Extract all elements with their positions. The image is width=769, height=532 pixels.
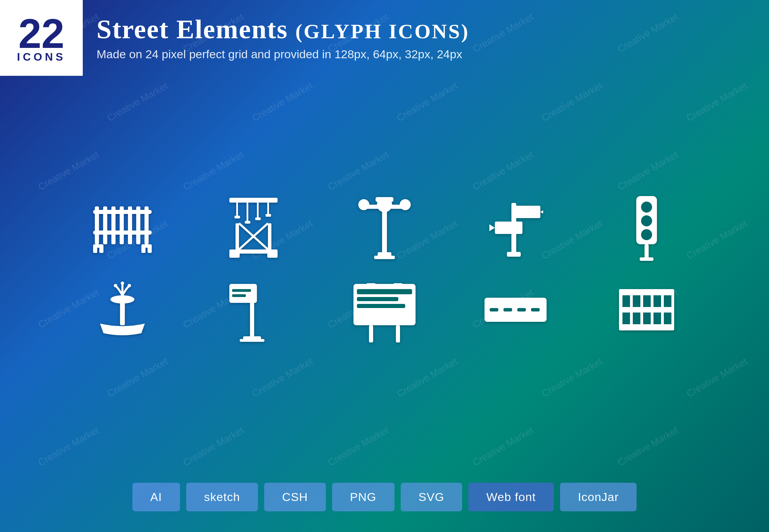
radiator-icon <box>612 279 681 341</box>
svg-rect-60 <box>232 289 251 292</box>
svg-rect-24 <box>236 223 239 251</box>
svg-rect-27 <box>229 252 240 258</box>
svg-rect-65 <box>357 289 412 294</box>
svg-rect-18 <box>257 203 259 218</box>
svg-point-57 <box>128 284 131 287</box>
svg-rect-69 <box>396 325 400 342</box>
fountain-icon <box>88 279 157 341</box>
svg-rect-34 <box>376 197 393 202</box>
crane-icon <box>219 196 288 258</box>
btn-webfont[interactable]: Web font <box>468 483 553 511</box>
icons-row-2 <box>28 279 741 341</box>
svg-point-37 <box>358 199 369 210</box>
badge-number: 22 <box>18 13 64 54</box>
title-sub: (Glyph Icons) <box>295 20 469 43</box>
traffic-light-icon <box>612 196 681 258</box>
svg-rect-61 <box>232 294 246 297</box>
svg-rect-17 <box>247 203 248 222</box>
svg-rect-68 <box>369 325 373 342</box>
badge: 22 ICONS <box>0 0 83 76</box>
street-lamp-icon <box>350 196 419 258</box>
svg-rect-46 <box>507 252 521 257</box>
svg-rect-73 <box>490 308 498 311</box>
icons-section <box>0 68 769 469</box>
svg-rect-3 <box>103 206 107 244</box>
svg-point-48 <box>641 202 652 213</box>
svg-rect-8 <box>144 206 149 244</box>
btn-png[interactable]: PNG <box>332 483 395 511</box>
svg-rect-59 <box>229 284 257 303</box>
svg-rect-28 <box>267 252 278 258</box>
svg-point-56 <box>121 282 124 285</box>
svg-rect-12 <box>99 246 103 253</box>
svg-rect-32 <box>382 209 387 254</box>
svg-point-54 <box>110 295 134 304</box>
signpost-icon <box>481 196 550 258</box>
title-main: Street Elements <box>97 14 288 44</box>
svg-rect-44 <box>495 222 522 234</box>
svg-rect-42 <box>513 206 540 218</box>
svg-rect-74 <box>503 308 512 311</box>
btn-csh[interactable]: CSH <box>264 483 326 511</box>
subtitle: Made on 24 pixel perfect grid and provid… <box>97 48 755 61</box>
svg-rect-2 <box>95 206 99 244</box>
svg-rect-21 <box>245 221 250 224</box>
svg-rect-70 <box>367 283 376 287</box>
billboard-icon <box>350 279 419 341</box>
btn-svg[interactable]: SVG <box>401 483 462 511</box>
header-section: Street Elements (Glyph Icons) Made on 24… <box>0 0 769 68</box>
svg-rect-63 <box>240 339 264 342</box>
svg-rect-20 <box>234 216 240 218</box>
svg-rect-71 <box>393 283 402 287</box>
svg-marker-45 <box>489 224 495 231</box>
svg-rect-76 <box>531 308 540 311</box>
icons-row-1 <box>28 196 741 258</box>
svg-rect-86 <box>619 307 674 313</box>
svg-rect-23 <box>266 214 271 217</box>
svg-rect-7 <box>136 206 140 244</box>
svg-rect-67 <box>357 304 405 308</box>
btn-sketch[interactable]: sketch <box>186 483 258 511</box>
svg-rect-52 <box>640 257 653 261</box>
svg-rect-6 <box>128 206 132 244</box>
btn-iconjar[interactable]: IconJar <box>560 483 637 511</box>
svg-rect-4 <box>111 206 116 244</box>
svg-rect-84 <box>619 289 674 295</box>
svg-rect-25 <box>268 223 271 251</box>
road-icon <box>481 279 550 341</box>
svg-rect-11 <box>93 246 97 253</box>
svg-point-55 <box>114 284 117 287</box>
svg-rect-5 <box>120 206 124 244</box>
background: Creative Market Creative Market Creative… <box>0 0 769 532</box>
btn-ai[interactable]: AI <box>132 483 180 511</box>
svg-rect-13 <box>141 246 146 253</box>
svg-rect-66 <box>357 297 398 301</box>
svg-point-49 <box>641 215 652 226</box>
svg-rect-40 <box>374 256 395 259</box>
svg-rect-16 <box>236 203 238 216</box>
svg-point-50 <box>641 229 652 240</box>
svg-rect-19 <box>267 203 269 215</box>
svg-rect-75 <box>517 308 526 311</box>
fence-icon <box>88 196 157 258</box>
svg-rect-22 <box>255 217 261 220</box>
svg-rect-85 <box>619 324 674 330</box>
svg-point-38 <box>400 199 411 210</box>
svg-rect-15 <box>229 198 278 203</box>
svg-rect-14 <box>148 246 152 253</box>
buttons-section: AI sketch CSH PNG SVG Web font IconJar <box>0 469 769 532</box>
svg-marker-43 <box>540 208 543 215</box>
flag-sign-icon <box>219 279 288 341</box>
main-title: Street Elements (Glyph Icons) <box>97 14 755 45</box>
badge-label: ICONS <box>17 51 66 63</box>
